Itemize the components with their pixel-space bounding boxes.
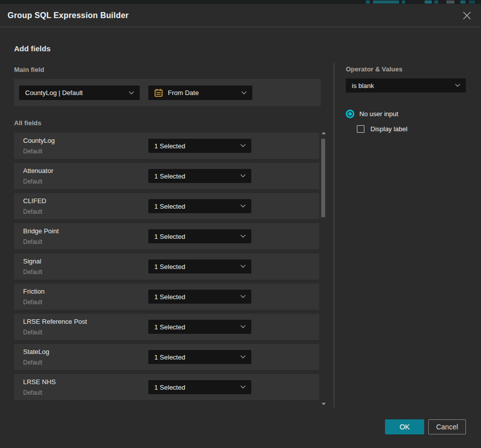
cancel-button[interactable]: Cancel [428, 419, 466, 434]
close-button[interactable] [460, 9, 473, 22]
chevron-down-icon [241, 384, 246, 389]
chevron-down-icon [241, 233, 246, 238]
group-sql-expression-builder-dialog: Group SQL Expression Builder Add fields … [0, 4, 481, 448]
no-user-input-radio[interactable]: No user input [346, 110, 398, 118]
field-selection-dropdown[interactable]: 1 Selected [148, 199, 251, 213]
field-selection-value: 1 Selected [154, 353, 185, 361]
chevron-down-icon [241, 323, 246, 328]
field-selection-value: 1 Selected [154, 263, 185, 271]
no-user-input-label: No user input [359, 110, 398, 118]
field-name: Bridge Point [23, 227, 59, 235]
operator-values-label: Operator & Values [346, 65, 403, 73]
field-selection-dropdown[interactable]: 1 Selected [148, 320, 251, 334]
main-field-label: Main field [14, 66, 44, 73]
main-field-source-dropdown[interactable]: CountyLog | Default [19, 85, 140, 100]
background-fragment [434, 1, 438, 4]
field-row: LRSE NHS Default 1 Selected [14, 374, 319, 400]
field-selection-value: 1 Selected [154, 293, 185, 301]
chevron-down-icon [241, 263, 246, 268]
field-selection-value: 1 Selected [154, 172, 185, 180]
background-fragment [469, 1, 475, 4]
field-row: Bridge Point Default 1 Selected [14, 223, 319, 249]
background-fragment [366, 1, 370, 4]
all-fields-label: All fields [14, 119, 41, 127]
background-fragment [446, 1, 454, 4]
field-type: Default [23, 359, 42, 366]
field-name: LRSE Reference Post [23, 318, 87, 325]
background-fragment [425, 1, 432, 4]
chevron-down-icon [241, 353, 246, 359]
display-label-checkbox[interactable]: Display label [357, 125, 408, 133]
field-name: Signal [23, 257, 41, 265]
field-type: Default [23, 329, 42, 336]
field-selection-dropdown[interactable]: 1 Selected [148, 259, 251, 274]
checkbox-unchecked-icon [357, 125, 364, 133]
chevron-down-icon [241, 142, 246, 147]
display-label-label: Display label [370, 125, 408, 133]
chevron-down-icon [241, 293, 246, 298]
field-row: LRSE Reference Post Default 1 Selected [14, 314, 319, 340]
field-selection-value: 1 Selected [154, 142, 185, 150]
field-name: Attenuator [23, 167, 53, 174]
field-name: StateLog [23, 348, 49, 355]
field-selection-value: 1 Selected [154, 323, 185, 331]
dialog-titlebar: Group SQL Expression Builder [0, 4, 481, 27]
chevron-down-icon [242, 89, 247, 94]
field-selection-dropdown[interactable]: 1 Selected [148, 169, 251, 183]
scroll-up-arrow-icon[interactable] [322, 132, 326, 134]
calendar-icon [154, 88, 163, 97]
field-selection-value: 1 Selected [154, 233, 185, 240]
background-app-peek [0, 0, 481, 4]
field-type: Default [23, 208, 42, 215]
main-field-panel: CountyLog | Default From Date [14, 79, 321, 106]
field-type: Default [23, 238, 42, 245]
dialog-title: Group SQL Expression Builder [8, 11, 129, 20]
field-selection-dropdown[interactable]: 1 Selected [148, 380, 251, 394]
close-icon [462, 11, 471, 20]
chevron-down-icon [241, 172, 246, 177]
field-row: Signal Default 1 Selected [14, 253, 319, 280]
field-name: LRSE NHS [23, 378, 56, 386]
field-name: Friction [23, 288, 45, 295]
radio-selected-icon [346, 110, 354, 118]
ok-button[interactable]: OK [385, 419, 424, 434]
vertical-divider [334, 63, 334, 407]
field-selection-value: 1 Selected [154, 384, 185, 391]
field-type: Default [23, 299, 42, 306]
field-type: Default [23, 268, 42, 276]
scrollbar-thumb[interactable] [321, 139, 325, 217]
scrollbar[interactable] [320, 129, 327, 406]
field-selection-value: 1 Selected [154, 203, 185, 210]
background-fragment [373, 1, 399, 4]
field-selection-dropdown[interactable]: 1 Selected [148, 139, 251, 153]
field-selection-dropdown[interactable]: 1 Selected [148, 350, 251, 364]
field-row: Friction Default 1 Selected [14, 284, 319, 310]
chevron-down-icon [455, 82, 460, 87]
chevron-down-icon [129, 89, 134, 94]
main-field-field-dropdown[interactable]: From Date [148, 85, 252, 100]
operator-value: is blank [352, 82, 374, 89]
background-fragment [402, 1, 405, 4]
field-row: Attenuator Default 1 Selected [14, 163, 319, 189]
field-type: Default [23, 148, 42, 155]
add-fields-heading: Add fields [14, 44, 51, 53]
field-name: CLIFED [23, 197, 46, 205]
field-type: Default [23, 389, 42, 396]
field-type: Default [23, 178, 42, 185]
chevron-down-icon [241, 203, 246, 208]
operator-dropdown[interactable]: is blank [346, 78, 466, 93]
main-field-field-value: From Date [168, 89, 199, 97]
field-row: StateLog Default 1 Selected [14, 344, 319, 370]
background-fragment [460, 1, 465, 4]
field-row: CountyLog Default 1 Selected [14, 133, 319, 159]
field-name: CountyLog [23, 137, 55, 144]
main-field-source-value: CountyLog | Default [25, 89, 83, 97]
field-selection-dropdown[interactable]: 1 Selected [148, 229, 251, 243]
field-row: CLIFED Default 1 Selected [14, 193, 319, 219]
all-fields-list: CountyLog Default 1 Selected Attenuator … [14, 133, 319, 401]
field-selection-dropdown[interactable]: 1 Selected [148, 290, 251, 304]
scroll-down-arrow-icon[interactable] [322, 403, 326, 405]
